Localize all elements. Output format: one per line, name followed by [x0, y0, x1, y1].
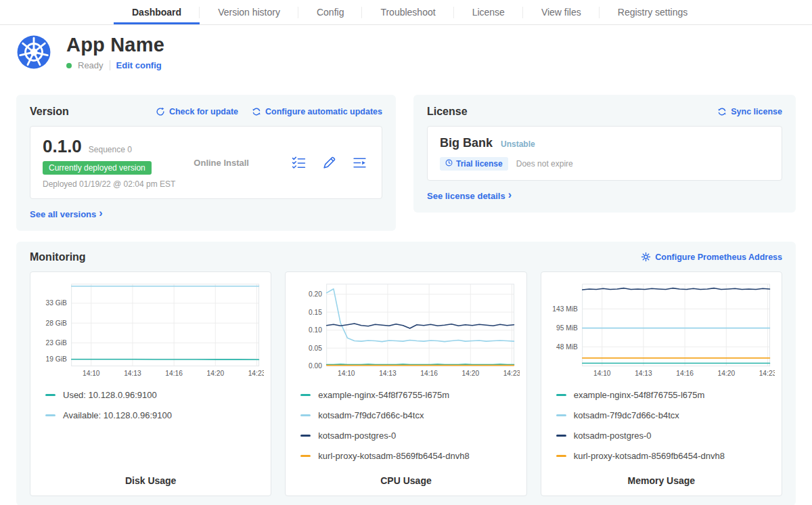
legend-swatch-icon [556, 394, 566, 396]
svg-text:14:20: 14:20 [717, 370, 735, 377]
monitoring-title: Monitoring [30, 251, 86, 263]
gear-icon [641, 252, 651, 262]
legend-label: kotsadm-postgres-0 [574, 431, 652, 441]
app-header: App Name Ready Edit config [0, 25, 812, 79]
svg-text:14:23: 14:23 [759, 370, 775, 377]
legend-label: kotsadm-postgres-0 [318, 431, 396, 441]
legend-item: kurl-proxy-kotsadm-8569fb6454-dnvh8 [556, 451, 775, 461]
license-channel: Unstable [501, 139, 535, 149]
version-sequence: Sequence 0 [89, 145, 132, 154]
summary-cards-row: Version Check for update [16, 95, 796, 231]
svg-text:0.15: 0.15 [309, 308, 322, 315]
legend-item: Available: 10.128.0.96:9100 [45, 410, 264, 420]
license-expiration: Does not expire [516, 159, 573, 169]
version-card: Version Check for update [16, 95, 396, 231]
trial-license-badge: Trial license [440, 157, 508, 171]
cpu-usage-chart: 14:1014:1314:1614:2014:230.000.050.100.1… [292, 279, 519, 383]
legend-label: kurl-proxy-kotsadm-8569fb6454-dnvh8 [318, 451, 469, 461]
svg-text:0.10: 0.10 [309, 326, 322, 334]
svg-text:0.05: 0.05 [309, 344, 322, 351]
sync-license-link[interactable]: Sync license [717, 107, 782, 116]
version-card-title: Version [30, 106, 69, 118]
chevron-right-icon: › [508, 190, 512, 200]
cpu-usage-legend: example-nginx-54f8f76755-l675mkotsadm-7f… [292, 390, 519, 461]
install-type-label: Online Install [194, 158, 249, 168]
svg-text:95 MiB: 95 MiB [556, 324, 578, 332]
chart-title-disk: Disk Usage [37, 468, 264, 486]
svg-text:14:16: 14:16 [421, 370, 438, 377]
deployed-timestamp: Deployed 01/19/22 @ 02:04 pm EST [43, 179, 175, 189]
legend-item: kurl-proxy-kotsadm-8569fb6454-dnvh8 [300, 451, 519, 461]
monitoring-section: Monitoring Configure Prometheus Address … [16, 242, 796, 505]
top-nav: Dashboard Version history Config Trouble… [0, 0, 812, 25]
configure-automatic-updates-link[interactable]: Configure automatic updates [252, 107, 382, 116]
kots-admin-dashboard: Dashboard Version history Config Trouble… [0, 0, 812, 505]
tab-registry-settings[interactable]: Registry settings [600, 0, 706, 24]
legend-label: Available: 10.128.0.96:9100 [63, 410, 172, 420]
see-license-details-link[interactable]: See license details › [427, 190, 512, 201]
auto-update-icon [252, 107, 261, 116]
svg-text:14:13: 14:13 [124, 370, 141, 377]
legend-swatch-icon [300, 394, 311, 396]
status-badge: Ready [78, 60, 104, 70]
license-panel: Big Bank Unstable Trial license Does n [427, 126, 782, 181]
check-for-update-link[interactable]: Check for update [156, 107, 238, 116]
svg-text:23 GiB: 23 GiB [46, 339, 67, 347]
legend-swatch-icon [45, 414, 55, 416]
preflight-checks-icon[interactable] [322, 156, 336, 170]
divider [110, 60, 110, 70]
svg-text:14:10: 14:10 [593, 370, 611, 377]
svg-text:14:16: 14:16 [676, 370, 694, 377]
app-status-row: Ready Edit config [66, 60, 164, 70]
license-name: Big Bank [440, 136, 493, 150]
tab-version-history[interactable]: Version history [200, 0, 298, 24]
version-actions [292, 156, 369, 170]
svg-text:14:10: 14:10 [338, 370, 355, 377]
app-title-block: App Name Ready Edit config [66, 34, 164, 70]
svg-text:143 MiB: 143 MiB [552, 305, 578, 313]
legend-item: example-nginx-54f8f76755-l675m [556, 390, 775, 400]
legend-swatch-icon [300, 455, 311, 457]
tab-dashboard[interactable]: Dashboard [114, 0, 200, 24]
cpu-usage-chart-card: 14:1014:1314:1614:2014:230.000.050.100.1… [285, 271, 526, 496]
svg-text:14:23: 14:23 [248, 370, 265, 377]
charts-row: 14:1014:1314:1614:2014:2319 GiB23 GiB28 … [30, 271, 782, 496]
memory-usage-chart-card: 14:1014:1314:1614:2014:2348 MiB95 MiB143… [541, 271, 782, 496]
legend-label: kotsadm-7f9dc7d66c-b4tcx [574, 410, 679, 420]
license-card: License Sync license [413, 95, 796, 213]
tab-troubleshoot[interactable]: Troubleshoot [362, 0, 453, 24]
legend-label: kurl-proxy-kotsadm-8569fb6454-dnvh8 [574, 451, 725, 461]
legend-swatch-icon [300, 435, 311, 437]
legend-swatch-icon [556, 435, 566, 437]
legend-item: example-nginx-54f8f76755-l675m [300, 390, 519, 400]
tab-view-files[interactable]: View files [523, 0, 600, 24]
disk-usage-chart-card: 14:1014:1314:1614:2014:2319 GiB23 GiB28 … [30, 271, 271, 496]
tab-config[interactable]: Config [298, 0, 362, 24]
legend-item: kotsadm-7f9dc7d66c-b4tcx [556, 410, 775, 420]
legend-swatch-icon [300, 414, 311, 416]
legend-swatch-icon [45, 394, 55, 396]
edit-config-link[interactable]: Edit config [116, 60, 162, 70]
release-notes-icon[interactable] [292, 156, 306, 170]
chart-title-memory: Memory Usage [548, 468, 775, 486]
memory-usage-chart: 14:1014:1314:1614:2014:2348 MiB95 MiB143… [548, 279, 775, 383]
legend-label: example-nginx-54f8f76755-l675m [574, 390, 705, 400]
legend-swatch-icon [556, 414, 566, 416]
chevron-right-icon: › [99, 208, 102, 219]
license-card-title: License [427, 106, 468, 118]
memory-usage-legend: example-nginx-54f8f76755-l675mkotsadm-7f… [548, 390, 775, 461]
version-info: 0.1.0 Sequence 0 Currently deployed vers… [43, 136, 175, 189]
chart-title-cpu: CPU Usage [292, 468, 519, 486]
legend-label: example-nginx-54f8f76755-l675m [318, 390, 449, 400]
see-all-versions-link[interactable]: See all versions › [30, 208, 103, 219]
svg-text:14:10: 14:10 [83, 370, 100, 377]
legend-swatch-icon [556, 455, 566, 457]
configure-prometheus-link[interactable]: Configure Prometheus Address [641, 252, 782, 262]
deploy-logs-icon[interactable] [353, 156, 367, 170]
sync-icon [717, 107, 727, 116]
tab-license[interactable]: License [454, 0, 523, 24]
svg-text:28 GiB: 28 GiB [46, 320, 67, 327]
refresh-icon [156, 107, 165, 116]
svg-text:14:20: 14:20 [207, 370, 225, 377]
deployed-badge: Currently deployed version [43, 161, 152, 175]
